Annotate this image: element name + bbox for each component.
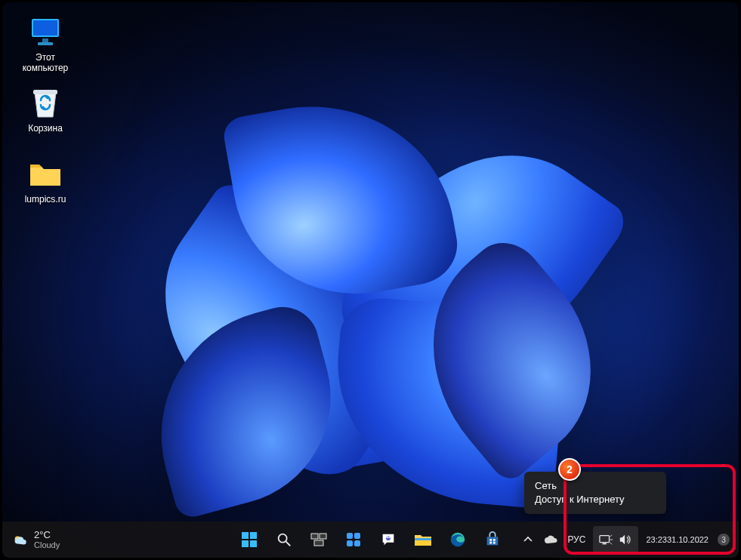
- tray-overflow-button[interactable]: [520, 525, 536, 555]
- file-explorer-icon: [414, 532, 432, 547]
- monitor-icon: [29, 16, 62, 49]
- svg-rect-3: [38, 42, 53, 45]
- svg-rect-7: [250, 532, 257, 539]
- svg-rect-8: [242, 540, 249, 547]
- task-view-button[interactable]: [304, 525, 334, 555]
- svg-rect-16: [354, 533, 360, 539]
- folder-icon: [29, 158, 62, 191]
- svg-rect-9: [250, 540, 257, 547]
- taskbar-center: [234, 525, 508, 555]
- tray-language-label: РУС: [567, 534, 585, 545]
- desktop-icon-label: Этот компьютер: [16, 52, 75, 73]
- notification-count-badge: 3: [718, 534, 730, 546]
- network-tooltip: Сеть Доступ к Интернету: [524, 472, 666, 514]
- tooltip-title: Сеть: [535, 479, 656, 493]
- search-icon: [276, 531, 292, 548]
- wallpaper-bloom: [93, 48, 667, 515]
- desktop-icon-label: Корзина: [16, 123, 75, 134]
- svg-rect-29: [600, 536, 610, 543]
- task-view-icon: [310, 533, 327, 546]
- volume-icon: [619, 534, 632, 546]
- svg-rect-20: [386, 537, 387, 538]
- svg-rect-21: [388, 537, 390, 538]
- svg-line-11: [286, 542, 290, 546]
- svg-rect-18: [354, 540, 360, 546]
- svg-line-33: [610, 543, 613, 545]
- svg-rect-13: [320, 534, 326, 539]
- tray-time: 23:23: [646, 534, 667, 545]
- svg-rect-14: [314, 540, 323, 546]
- chat-icon: [380, 531, 397, 548]
- network-icon: [599, 534, 613, 546]
- svg-rect-28: [492, 542, 495, 544]
- svg-rect-25: [489, 539, 492, 541]
- svg-rect-6: [242, 532, 249, 539]
- windows-logo-icon: [241, 531, 258, 548]
- svg-rect-26: [492, 539, 495, 541]
- widgets-icon: [345, 531, 362, 548]
- svg-rect-12: [311, 534, 318, 539]
- tray-language-button[interactable]: РУС: [567, 525, 585, 555]
- tray-notifications-button[interactable]: 3: [716, 525, 731, 555]
- cloud-icon: [544, 534, 559, 545]
- recycle-bin-icon: [29, 87, 62, 120]
- system-tray: РУС 23:23 31.10.2022 3: [520, 525, 739, 555]
- svg-rect-30: [603, 543, 607, 545]
- taskbar-edge-button[interactable]: [443, 525, 473, 555]
- svg-line-31: [610, 535, 613, 537]
- taskbar-explorer-button[interactable]: [408, 525, 438, 555]
- taskbar-widgets-button[interactable]: [338, 525, 369, 555]
- weather-cond: Cloudy: [34, 540, 60, 550]
- desktop-icon-folder[interactable]: lumpics.ru: [16, 158, 75, 205]
- chevron-up-icon: [523, 535, 533, 544]
- taskbar: 2°C Cloudy: [2, 522, 739, 558]
- svg-rect-4: [33, 90, 57, 94]
- tooltip-status: Доступ к Интернету: [535, 493, 656, 506]
- svg-rect-15: [347, 533, 353, 539]
- svg-point-10: [278, 534, 286, 543]
- tray-date: 31.10.2022: [667, 534, 709, 545]
- taskbar-store-button[interactable]: [477, 525, 508, 555]
- svg-rect-2: [42, 38, 48, 42]
- desktop-icon-recycle-bin[interactable]: Корзина: [16, 87, 75, 134]
- taskbar-weather[interactable]: 2°C Cloudy: [11, 530, 60, 550]
- svg-rect-1: [33, 20, 57, 35]
- store-icon: [484, 531, 501, 548]
- weather-icon: [11, 531, 28, 548]
- search-button[interactable]: [269, 525, 299, 555]
- svg-rect-17: [347, 540, 353, 546]
- svg-rect-23: [415, 538, 431, 540]
- desktop-icon-this-pc[interactable]: Этот компьютер: [16, 16, 75, 73]
- taskbar-chat-button[interactable]: [373, 525, 403, 555]
- tray-onedrive-button[interactable]: [543, 525, 560, 555]
- edge-icon: [449, 531, 466, 548]
- svg-rect-27: [489, 542, 492, 544]
- desktop-icon-label: lumpics.ru: [16, 194, 75, 205]
- tray-clock-button[interactable]: 23:23 31.10.2022: [646, 525, 709, 555]
- desktop[interactable]: Этот компьютер Корзина lumpics.ru Сеть Д…: [2, 2, 739, 558]
- start-button[interactable]: [234, 525, 264, 555]
- weather-temp: 2°C: [34, 530, 60, 540]
- quick-settings-button[interactable]: [593, 526, 638, 553]
